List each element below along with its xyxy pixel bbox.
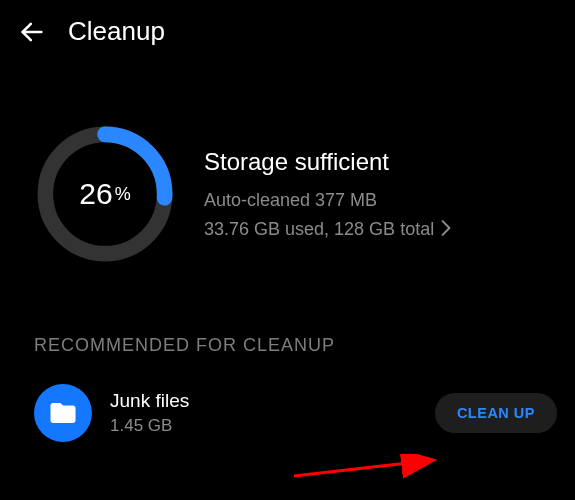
back-icon[interactable] — [18, 18, 46, 46]
storage-auto-cleaned: Auto-cleaned 377 MB — [204, 190, 541, 211]
storage-info: Storage sufficient Auto-cleaned 377 MB 3… — [204, 148, 541, 240]
recommendation-title: Junk files — [110, 390, 417, 412]
storage-percent-unit: % — [115, 184, 131, 205]
storage-usage-text: 33.76 GB used, 128 GB total — [204, 219, 434, 240]
section-header-recommended: RECOMMENDED FOR CLEANUP — [0, 275, 575, 356]
annotation-arrow-icon — [292, 454, 452, 484]
storage-ring: 26% — [34, 123, 176, 265]
svg-line-4 — [294, 460, 434, 476]
storage-detail-row[interactable]: 33.76 GB used, 128 GB total — [204, 219, 541, 240]
clean-up-button[interactable]: CLEAN UP — [435, 393, 557, 433]
page-title: Cleanup — [68, 16, 165, 47]
recommendation-size: 1.45 GB — [110, 416, 417, 436]
recommendation-item: Junk files 1.45 GB CLEAN UP — [0, 356, 575, 442]
storage-panel: 26% Storage sufficient Auto-cleaned 377 … — [0, 63, 575, 275]
chevron-right-icon — [440, 220, 452, 240]
folder-icon — [34, 384, 92, 442]
app-header: Cleanup — [0, 0, 575, 63]
storage-percent-value: 26 — [79, 177, 112, 211]
storage-status-title: Storage sufficient — [204, 148, 541, 176]
storage-percent-label: 26% — [34, 123, 176, 265]
recommendation-text: Junk files 1.45 GB — [110, 390, 417, 436]
